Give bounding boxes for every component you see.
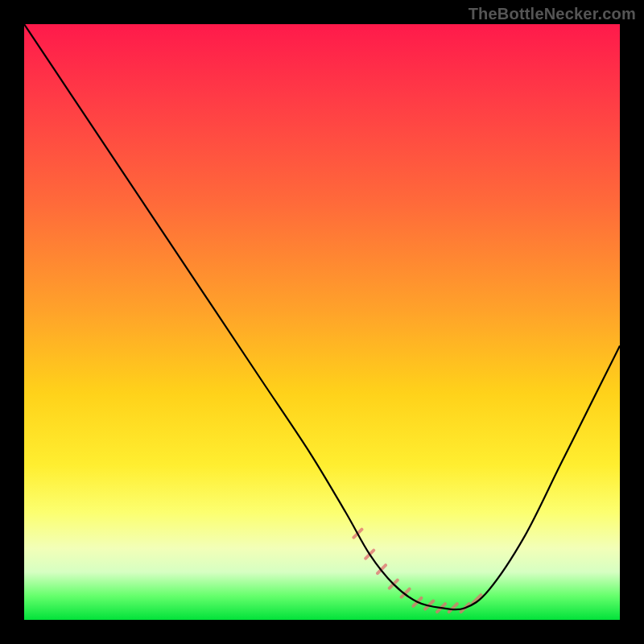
svg-line-8	[449, 604, 457, 612]
optimal-range-hashes	[353, 530, 481, 613]
attribution-label: TheBottleNecker.com	[469, 5, 636, 23]
curve-layer	[24, 24, 620, 620]
chart-container: TheBottleNecker.com	[0, 0, 644, 644]
bottleneck-curve	[24, 24, 620, 609]
plot-area	[24, 24, 620, 620]
